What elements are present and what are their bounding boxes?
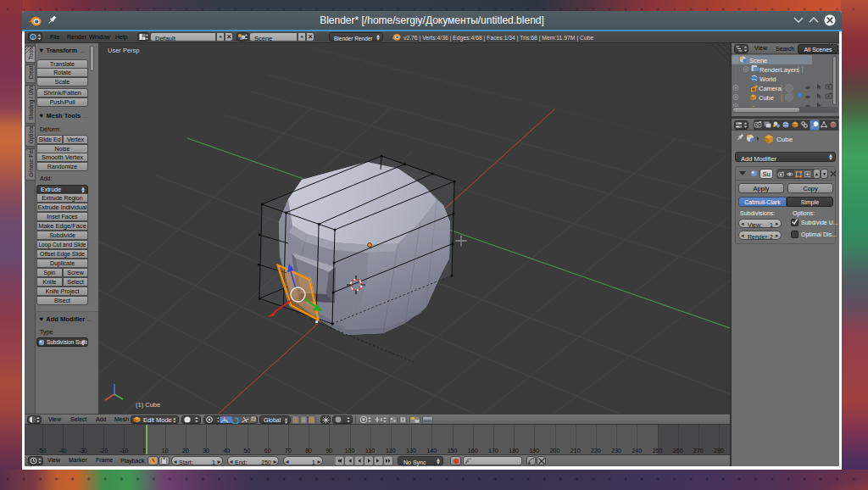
svg-text:| |: | | xyxy=(798,65,804,74)
svg-text:(1) Cube: (1) Cube xyxy=(136,401,160,409)
svg-text:i: i xyxy=(32,35,33,40)
svg-text:User Persp: User Persp xyxy=(108,47,140,54)
svg-text:Cube: Cube xyxy=(759,94,774,102)
svg-text:|: | xyxy=(781,84,782,92)
svg-text:|: | xyxy=(781,93,782,102)
svg-text:RenderLayers: RenderLayers xyxy=(760,66,799,74)
svg-text:Scene: Scene xyxy=(749,57,767,64)
svg-text:World: World xyxy=(760,75,776,83)
svg-text:Camera: Camera xyxy=(759,85,782,92)
